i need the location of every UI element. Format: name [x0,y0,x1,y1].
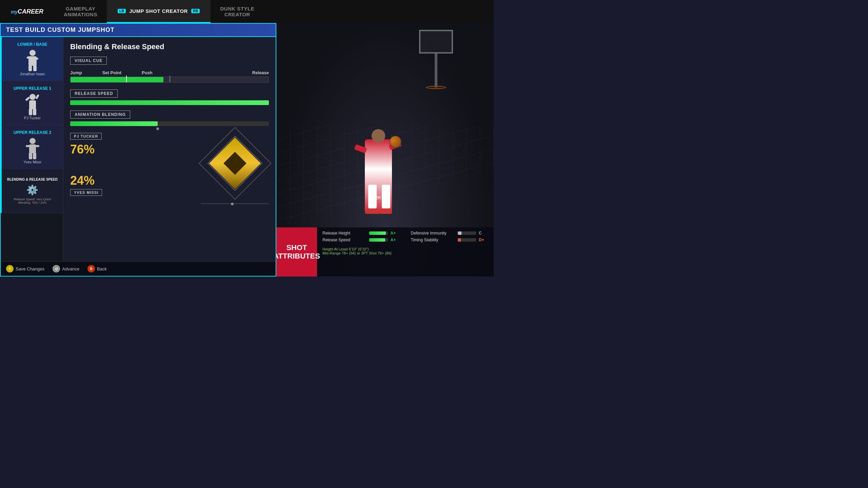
y-button-icon: Y [6,265,14,272]
slider-setpoint-label: Set Point [102,70,121,75]
animation-blending-section: ANIMATION BLENDING [70,110,269,126]
release-speed-section: RELEASE SPEED [70,89,269,105]
footer-line1: Height At Least 6'10" (6'10") [322,247,400,251]
attr-release-speed: Release Speed A+ [322,238,400,242]
main-content: Blending & Release Speed VISUAL CUE Jump… [63,37,276,261]
sidebar-item-upper-release-1[interactable]: Upper Release 1 [1,81,63,125]
visual-cue-slider-container: Jump Set Point Push Release [70,70,269,83]
svg-rect-16 [29,152,32,159]
attr-release-height: Release Height A+ [322,231,400,236]
lower-base-icon [22,49,43,70]
player2-percentage: 24% [70,174,194,188]
bottom-bar: Y Save Changes ⊙ Advance B Back [1,261,276,276]
shot-attr-right: Defensive Immunity C Timing Stability D+ [406,227,494,277]
release-speed-attr-label: Release Speed [322,238,367,242]
defensive-immunity-grade: C [479,231,488,236]
tab-dunk[interactable]: Dunk StyleCreator [211,0,264,23]
slider-jump-label: Jump [70,70,82,75]
blending-label: Blending & Release Speed [7,178,58,182]
upper-release-2-icon [22,138,43,158]
release-height-bar [369,231,388,235]
release-speed-attr-bar [369,238,388,242]
release-speed-bar [70,100,269,105]
tab-gameplay[interactable]: GameplayAnimations [54,0,107,23]
right-panel: 2K SHOTATTRIBUTES Release Height A+ Rele… [276,23,494,277]
arm-left [354,144,367,153]
save-changes-label: Save Changes [16,266,44,271]
player-body: 2K [365,139,392,214]
slider-release-label: Release [252,70,269,75]
advance-btn[interactable]: ⊙ Advance [53,265,79,272]
hoop-backboard [419,30,453,54]
svg-rect-15 [35,145,39,147]
player-figure: 2K [358,129,399,224]
timing-stability-grade: D+ [479,238,488,242]
release-speed-label: RELEASE SPEED [70,89,118,98]
svg-point-6 [29,94,36,100]
save-changes-btn[interactable]: Y Save Changes [6,265,44,272]
blend-display: PJ TUCKER 76% 24% YVES MISSI [70,133,269,204]
logo-career: CAREER [18,8,43,15]
left-panel: TEST BUILD CUSTOM JUMPSHOT Lower / Base [0,23,276,277]
tab-jumpshot-label: Jump Shot Creator [129,8,188,14]
tab-dunk-label: Dunk StyleCreator [220,6,254,17]
release-height-label: Release Height [322,231,367,236]
shot-attributes-label: SHOTATTRIBUTES [276,244,320,260]
shot-attributes-badge: SHOTATTRIBUTES [276,227,317,277]
sidebar-item-blending[interactable]: Blending & Release Speed ⚙️ Release Spee… [1,169,63,213]
panel-title: TEST BUILD CUSTOM JUMPSHOT [1,24,276,37]
gear-icon: ⚙️ [26,184,38,196]
tab-jumpshot[interactable]: LB Jump Shot Creator RB [107,0,211,23]
svg-rect-17 [33,152,36,159]
svg-rect-4 [28,65,32,71]
hoop-rim [426,86,446,89]
main-layout: TEST BUILD CUSTOM JUMPSHOT Lower / Base [0,23,494,277]
player2-badge: YVES MISSI [70,189,102,196]
svg-rect-8 [25,97,30,101]
animation-blending-label: ANIMATION BLENDING [70,110,130,119]
upper-release-2-player-name: Yves Missi [24,160,41,164]
upper-release-1-player-name: PJ Tucker [24,116,41,120]
lower-base-label: Lower / Base [17,42,47,47]
svg-rect-10 [29,108,32,115]
logo-my: my [11,9,18,15]
slider-labels: Jump Set Point Push Release [70,70,269,75]
svg-rect-5 [33,65,37,71]
svg-rect-13 [29,144,36,153]
upper-release-1-icon [22,94,43,114]
sidebar-item-upper-release-2[interactable]: Upper Release 2 [1,125,63,169]
hoop-pole [435,54,437,87]
circle-button-icon: ⊙ [53,265,60,272]
attr-defensive-immunity: Defensive Immunity C [411,231,489,236]
back-label: Back [97,266,107,271]
blend-left-section: PJ TUCKER 76% 24% YVES MISSI [70,133,194,204]
blending-sublabel: Release Speed: Very Quick Blending: 76% … [14,198,51,204]
sidebar-item-lower-base[interactable]: Lower / Base [1,37,63,81]
back-btn[interactable]: B Back [87,265,107,272]
svg-rect-9 [35,94,39,99]
footer-line2: Mid-Range 78+ (94) or 3PT Shot 78+ (86) [322,251,400,255]
defensive-immunity-label: Defensive Immunity [411,231,455,236]
diamond-area [201,129,269,204]
attr-timing-stability: Timing Stability D+ [411,238,489,242]
player1-badge: PJ TUCKER [70,133,102,140]
upper-release-2-label: Upper Release 2 [14,130,51,135]
shot-attr-left: Release Height A+ Release Speed A+ Heigh… [317,227,406,277]
lower-base-player-name: Jonathan Isaac [20,72,45,76]
mycareer-logo: myCAREER [0,0,54,23]
defensive-immunity-bar [458,231,476,235]
blend-bar[interactable] [70,121,269,126]
player-arms [355,146,402,153]
b-button-icon: B [87,265,95,272]
svg-rect-11 [33,108,36,115]
advance-label: Advance [62,266,79,271]
release-speed-grade: A+ [391,238,400,242]
tab-gameplay-label: GameplayAnimations [64,6,97,17]
svg-rect-14 [26,145,30,147]
diamond-shape [208,136,262,190]
player-head [372,129,385,143]
release-height-grade: A+ [391,231,400,236]
timing-stability-bar [458,238,476,242]
visual-cue-track[interactable] [70,77,269,83]
visual-cue-button[interactable]: VISUAL CUE [70,57,107,65]
